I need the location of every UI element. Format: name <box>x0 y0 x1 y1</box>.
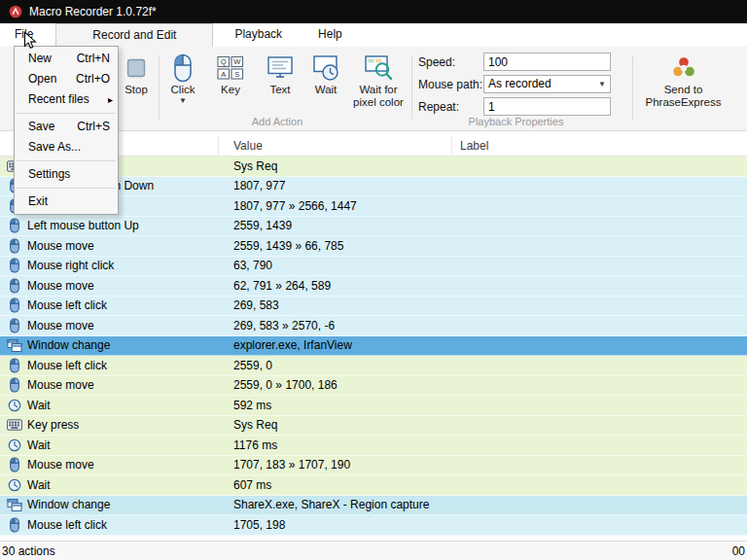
wait-clock-icon <box>312 52 339 84</box>
menu-item-open[interactable]: OpenCtrl+O <box>15 69 118 89</box>
table-row[interactable]: Key pressSys Req <box>0 416 747 437</box>
wait-pixel-color-button[interactable]: Wait for pixel color <box>348 52 409 108</box>
tab-playback[interactable]: Playback <box>213 23 303 47</box>
table-row[interactable]: Wait607 ms <box>0 475 747 496</box>
table-row[interactable]: Wait1176 ms <box>0 436 747 456</box>
chevron-down-icon: ▼ <box>179 97 187 105</box>
menu-item-save-as[interactable]: Save As... <box>15 137 118 158</box>
mouse-icon <box>6 517 22 533</box>
menu-item-shortcut: Ctrl+O <box>76 69 110 89</box>
menu-item-label: Recent files <box>28 92 89 106</box>
mouse-icon <box>6 278 22 294</box>
action-name: Wait <box>27 438 51 452</box>
menu-item-label: Exit <box>28 194 48 208</box>
action-name: Window change <box>27 338 110 352</box>
svg-text:W: W <box>233 57 241 66</box>
action-value: 592 ms <box>219 399 452 412</box>
mouse-path-select[interactable]: As recorded ▼ <box>483 75 611 93</box>
submenu-arrow-icon: ▸ <box>108 89 113 110</box>
titlebar: Macro Recorder 1.0.72f* <box>0 0 747 23</box>
action-value: 607 ms <box>219 478 452 492</box>
table-row[interactable]: Window changeShareX.exe, ShareX - Region… <box>0 496 747 516</box>
repeat-input[interactable] <box>483 97 611 116</box>
menu-item-shortcut: Ctrl+N <box>77 49 110 69</box>
action-value: 2559, 1439 » 66, 785 <box>219 239 452 253</box>
table-row[interactable]: Left mouse button Up2559, 1439 <box>0 217 747 237</box>
table-row[interactable]: Mouse left click2559, 0 <box>0 356 747 376</box>
clock-icon <box>6 478 22 492</box>
window-title: Macro Recorder 1.0.72f* <box>29 5 157 18</box>
mouse-icon <box>6 258 22 273</box>
action-name: Mouse left click <box>27 298 107 312</box>
action-value: 1707, 183 » 1707, 190 <box>219 458 452 472</box>
mouse-path-label: Mouse path: <box>418 76 482 93</box>
action-name: Mouse right click <box>27 259 114 272</box>
tab-help[interactable]: Help <box>303 23 357 47</box>
menu-item-label: Save As... <box>28 140 81 154</box>
action-name: Wait <box>27 478 51 492</box>
action-count: 30 actions <box>2 544 55 558</box>
phraseexpress-icon <box>672 52 695 84</box>
action-value: 269, 583 » 2570, -6 <box>219 319 452 332</box>
stop-button[interactable]: Stop <box>114 52 159 96</box>
mouse-path-value: As recorded <box>488 76 551 92</box>
mouse-icon <box>6 318 22 333</box>
action-value: 1807, 977 <box>219 179 452 192</box>
mouse-icon <box>6 377 22 393</box>
table-row[interactable]: Mouse move1707, 183 » 1707, 190 <box>0 456 747 476</box>
action-value: 62, 791 » 264, 589 <box>219 279 452 293</box>
status-bar: 30 actions 00 <box>0 541 747 560</box>
action-name: Mouse move <box>27 458 94 472</box>
action-value: Sys Req <box>219 159 452 173</box>
action-value: 269, 583 <box>219 298 452 312</box>
window-icon <box>6 498 22 512</box>
menu-item-exit[interactable]: Exit <box>15 192 118 212</box>
group-label-add-action: Add Action <box>160 116 394 127</box>
menu-item-save[interactable]: SaveCtrl+S <box>15 117 118 137</box>
click-button[interactable]: Click ▼ <box>160 52 205 105</box>
duration-counter: 00 <box>732 544 745 558</box>
table-row[interactable]: Wait592 ms <box>0 396 747 416</box>
action-name: Left mouse button Up <box>27 219 139 232</box>
action-value: ShareX.exe, ShareX - Region capture <box>219 498 452 511</box>
menu-item-label: New <box>28 52 52 65</box>
mouse-icon <box>6 218 22 233</box>
menu-item-settings[interactable]: Settings <box>15 164 118 185</box>
chevron-down-icon: ▼ <box>598 76 606 92</box>
menu-item-recent-files[interactable]: Recent files▸ <box>15 89 118 110</box>
tab-record-and-edit[interactable]: Record and Edit <box>55 23 213 47</box>
table-row[interactable]: Mouse left click1705, 198 <box>0 515 747 536</box>
table-row[interactable]: Mouse left click269, 583 <box>0 297 747 317</box>
key-button[interactable]: QWAS Key <box>207 52 254 96</box>
action-value: Sys Req <box>219 418 452 432</box>
text-screen-icon <box>267 52 294 84</box>
table-row[interactable]: Window changeexplorer.exe, IrfanView <box>0 336 747 357</box>
action-name: Mouse left click <box>27 359 107 372</box>
action-value: 1807, 977 » 2566, 1447 <box>219 199 452 213</box>
speed-input[interactable] <box>483 52 611 71</box>
action-value: 2559, 0 » 1700, 186 <box>219 378 452 392</box>
menu-item-label: Save <box>28 120 54 133</box>
table-row[interactable]: Mouse move269, 583 » 2570, -6 <box>0 316 747 336</box>
action-value: 63, 790 <box>219 259 452 272</box>
table-row[interactable]: Mouse move62, 791 » 264, 589 <box>0 276 747 297</box>
menu-item-label: Settings <box>28 167 70 181</box>
app-icon <box>9 5 22 18</box>
clock-icon <box>6 438 22 452</box>
ribbon-separator <box>159 55 160 120</box>
send-to-phraseexpress-button[interactable]: Send to PhraseExpress <box>637 52 729 108</box>
table-row[interactable]: Mouse right click63, 790 <box>0 257 747 277</box>
menu-item-label: Open <box>28 72 56 86</box>
wait-button[interactable]: Wait <box>304 52 347 96</box>
menu-bar: File Record and Edit Playback Help <box>0 23 747 47</box>
pixel-color-magnifier-icon <box>364 52 393 84</box>
keyboard-icon <box>6 419 22 431</box>
stop-icon <box>124 52 149 84</box>
group-label-playback-properties: Playback Properties <box>416 116 616 127</box>
table-row[interactable]: Mouse move2559, 0 » 1700, 186 <box>0 376 747 397</box>
action-name: Wait <box>27 399 51 412</box>
text-button[interactable]: Text <box>256 52 304 96</box>
action-name: Mouse move <box>27 239 94 253</box>
action-value: explorer.exe, IrfanView <box>219 338 452 352</box>
table-row[interactable]: Mouse move2559, 1439 » 66, 785 <box>0 236 747 257</box>
